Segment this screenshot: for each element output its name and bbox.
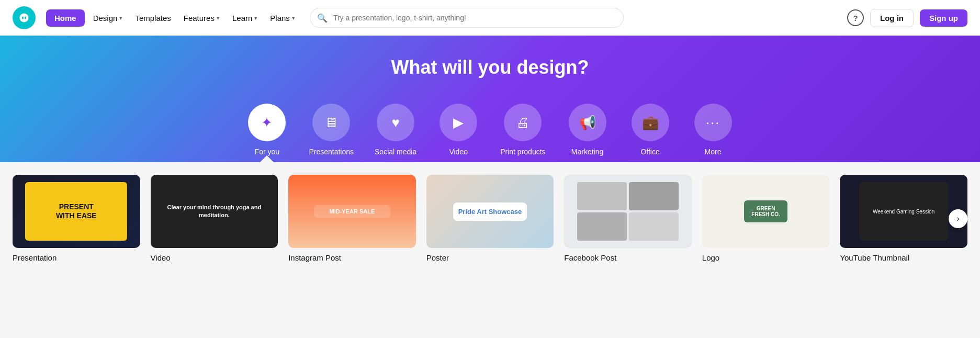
card-facebook[interactable]: Facebook Post	[564, 175, 692, 262]
nav-plans[interactable]: Plans ▾	[264, 9, 301, 27]
cards-row: PRESENTWITH EASE Presentation Clear your…	[13, 175, 967, 262]
card-poster-image: Pride Art Showcase	[426, 175, 554, 248]
sparkle-icon: ✦	[261, 115, 273, 131]
video-icon-wrap: ▶	[440, 104, 477, 141]
social-media-icon-wrap: ♥	[377, 104, 414, 141]
card-video-label: Video	[151, 253, 278, 262]
card-video-image: Clear your mind through yoga and meditat…	[151, 175, 278, 248]
print-products-icon-wrap: 🖨	[504, 104, 542, 141]
for-you-icon-wrap: ✦	[248, 104, 286, 141]
card-logo[interactable]: GREENFRESH CO. Logo	[702, 175, 830, 262]
card-facebook-image	[564, 175, 692, 248]
hero-title: What will you design?	[13, 57, 967, 78]
card-presentation[interactable]: PRESENTWITH EASE Presentation	[13, 175, 140, 262]
navbar: Home Design ▾ Templates Features ▾ Learn…	[0, 0, 980, 36]
next-button[interactable]: ›	[949, 209, 967, 228]
office-label: Office	[640, 148, 659, 156]
category-more[interactable]: ··· More	[682, 97, 745, 162]
play-icon: ▶	[453, 115, 464, 131]
office-icon-wrap: 💼	[632, 104, 669, 141]
more-label: More	[705, 148, 722, 156]
signup-button[interactable]: Sign up	[920, 9, 967, 27]
category-office[interactable]: 💼 Office	[619, 97, 682, 162]
print-products-label: Print products	[500, 148, 545, 156]
category-video[interactable]: ▶ Video	[427, 97, 490, 162]
login-button[interactable]: Log in	[870, 9, 914, 27]
presentations-icon-wrap: 🖥	[312, 104, 350, 141]
card-facebook-label: Facebook Post	[564, 253, 692, 262]
category-social-media[interactable]: ♥ Social media	[364, 97, 427, 162]
briefcase-icon: 💼	[642, 115, 659, 131]
search-bar: 🔍	[310, 8, 624, 28]
nav-templates[interactable]: Templates	[129, 9, 177, 27]
card-presentation-label: Presentation	[13, 253, 140, 262]
card-presentation-image: PRESENTWITH EASE	[13, 175, 140, 248]
content-section: PRESENTWITH EASE Presentation Clear your…	[0, 162, 980, 262]
category-print-products[interactable]: 🖨 Print products	[490, 97, 556, 162]
category-for-you[interactable]: ✦ For you	[235, 97, 298, 162]
card-poster-label: Poster	[426, 253, 554, 262]
hero-banner: What will you design? ✦ For you 🖥 Presen…	[0, 36, 980, 162]
card-logo-label: Logo	[702, 253, 830, 262]
card-video[interactable]: Clear your mind through yoga and meditat…	[151, 175, 278, 262]
help-button[interactable]: ?	[847, 9, 864, 26]
presentations-label: Presentations	[309, 148, 354, 156]
marketing-label: Marketing	[571, 148, 603, 156]
design-chevron-icon: ▾	[119, 15, 122, 21]
card-instagram-image: MID-YEAR SALE	[288, 175, 416, 248]
category-presentations[interactable]: 🖥 Presentations	[298, 97, 364, 162]
card-instagram[interactable]: MID-YEAR SALE Instagram Post	[288, 175, 416, 262]
heart-icon: ♥	[391, 115, 399, 131]
search-icon: 🔍	[317, 13, 328, 23]
marketing-icon-wrap: 📢	[569, 104, 606, 141]
features-chevron-icon: ▾	[217, 15, 220, 21]
learn-chevron-icon: ▾	[254, 15, 257, 21]
home-link[interactable]: Home	[46, 9, 85, 27]
nav-learn[interactable]: Learn ▾	[226, 9, 264, 27]
card-youtube-image: Weekend Gaming Session	[840, 175, 967, 248]
nav-design[interactable]: Design ▾	[87, 9, 129, 27]
card-logo-image: GREENFRESH CO.	[702, 175, 830, 248]
canva-logo[interactable]	[13, 6, 36, 29]
card-instagram-label: Instagram Post	[288, 253, 416, 262]
nav-features[interactable]: Features ▾	[177, 9, 226, 27]
for-you-label: For you	[255, 148, 279, 156]
more-icon-wrap: ···	[694, 104, 732, 141]
monitor-icon: 🖥	[324, 115, 338, 131]
ellipsis-icon: ···	[706, 115, 720, 131]
nav-right: ? Log in Sign up	[847, 9, 967, 27]
social-media-label: Social media	[375, 148, 416, 156]
card-youtube-label: YouTube Thumbnail	[840, 253, 967, 262]
category-row: ✦ For you 🖥 Presentations ♥ Social media…	[13, 97, 967, 162]
card-poster[interactable]: Pride Art Showcase Poster	[426, 175, 554, 262]
category-marketing[interactable]: 📢 Marketing	[556, 97, 619, 162]
plans-chevron-icon: ▾	[292, 15, 295, 21]
megaphone-icon: 📢	[579, 115, 596, 131]
search-input[interactable]	[310, 8, 624, 28]
video-label: Video	[449, 148, 468, 156]
printer-icon: 🖨	[516, 115, 530, 131]
